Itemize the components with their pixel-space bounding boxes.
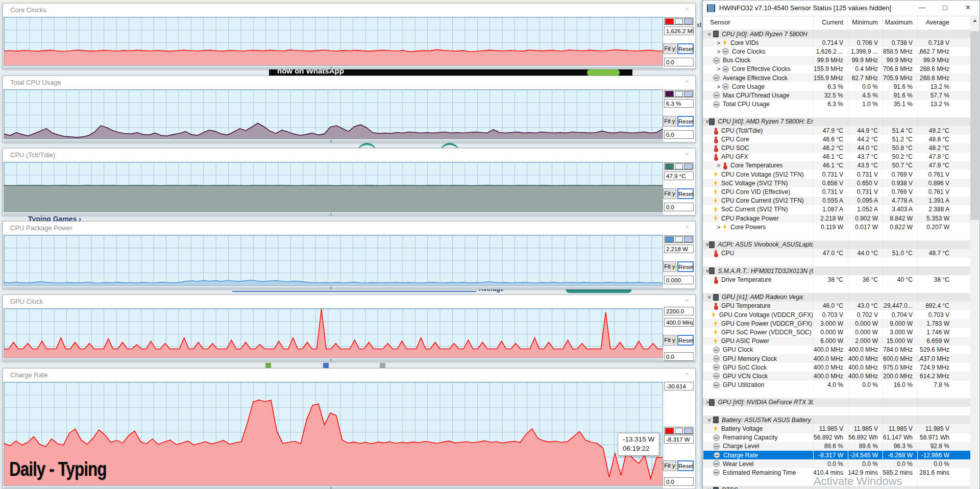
column-header-current[interactable]: Current [813, 16, 848, 30]
sensor-row[interactable]: >GPU Temperature46.0 °C43.0 °C429,447.0.… [703, 302, 971, 310]
graph-scroll-strip[interactable] [4, 66, 663, 69]
sensor-row[interactable]: >Core Powers0.119 W0.017 W0.822 W0.207 W [703, 223, 971, 231]
reset-button[interactable]: Reset [677, 116, 694, 127]
swatch-blue[interactable] [684, 236, 693, 242]
series-color-swatches[interactable] [664, 427, 694, 434]
sensor-row[interactable]: >SoC Voltage (SVI2 TFN)0.656 V0.650 V0.9… [703, 179, 971, 187]
swatch-blue[interactable] [684, 428, 693, 434]
series-color-swatches[interactable] [664, 90, 694, 97]
expand-arrow-icon[interactable]: > [715, 66, 722, 72]
sensor-row[interactable]: >GPU Core Voltage (VDDCR_GFX)0.703 V0.70… [703, 310, 971, 319]
sensor-row[interactable]: >CPU SOC46.2 °C44.0 °C50.8 °C48.2 °C [703, 143, 971, 152]
maximize-icon[interactable]: □ [934, 1, 957, 16]
sensor-row[interactable]: >Core Temperatures46.1 °C43.5 °C50.7 °C4… [703, 161, 971, 170]
reset-button[interactable]: Reset [677, 460, 694, 471]
fit-y-button[interactable]: Fit y [663, 261, 676, 272]
scrollbar-thumb[interactable] [970, 31, 979, 220]
fit-y-button[interactable]: Fit y [663, 116, 676, 127]
reset-button[interactable]: Reset [677, 43, 694, 54]
fit-y-button[interactable]: Fit y [663, 43, 676, 54]
sensor-group-row[interactable]: >Battery: ASUSTeK ASUS Battery [703, 415, 971, 424]
sensor-row[interactable]: >GPU Utilization4.0 %0.0 %16.0 %7.8 % [703, 381, 971, 389]
close-icon[interactable]: × [683, 78, 691, 85]
sensor-row[interactable]: >Remaining Capacity56.892 Wh56.892 Wh61.… [703, 433, 971, 442]
sensor-row[interactable]: >CPU Package Power2.218 W0.902 W8.842 W5… [703, 214, 971, 223]
sensor-row[interactable]: >CPU Core Voltage (SVI2 TFN)0.731 V0.731… [703, 170, 971, 179]
sensor-group-row[interactable]: >S.M.A.R.T.: HFM001TD3JX013N (C... [703, 266, 971, 275]
column-header-average[interactable]: Average [917, 16, 954, 30]
expand-arrow-icon[interactable]: > [715, 84, 722, 90]
series-color-swatches[interactable] [664, 235, 694, 243]
series-swatch[interactable] [665, 163, 674, 169]
close-icon[interactable]: × [683, 297, 691, 304]
reset-button[interactable]: Reset [677, 261, 694, 272]
collapse-arrow-icon[interactable]: > [706, 417, 713, 424]
collapse-arrow-icon[interactable]: > [706, 31, 713, 38]
sensor-group-row[interactable]: >GPU [#1]: AMD Radeon Vega: [703, 293, 971, 302]
sensor-row[interactable]: >CPU Core46.6 °C44.2 °C51.2 °C48.6 °C [703, 135, 971, 143]
sensor-row[interactable]: >Core VIDs0.714 V0.706 V0.738 V0.718 V [703, 38, 971, 47]
sensor-row[interactable]: >Charge Rate-8.317 W-24.545 W-6.268 W-12… [703, 451, 971, 459]
sensor-row[interactable]: >Core Clocks1,626.2 ...1,398.9 ...1,858.… [703, 47, 971, 56]
sensor-row[interactable]: >Wear Level0.0 %0.0 %0.0 %0.0 % [703, 459, 971, 468]
graph-window-total-cpu-usage[interactable]: Total CPU Usage × 6.3 % Fit yReset 0.0 [3, 76, 696, 142]
sensor-row[interactable]: >Max CPU/Thread Usage32.5 %4.5 %91.6 %57… [703, 91, 971, 100]
expand-arrow-icon[interactable]: > [715, 162, 722, 168]
swatch-blue[interactable] [684, 18, 693, 25]
sensor-table-header[interactable]: Sensor Current Minimum Maximum Average [703, 16, 971, 30]
column-header-minimum[interactable]: Minimum [848, 16, 883, 30]
reset-button[interactable]: Reset [677, 335, 694, 346]
column-header-maximum[interactable]: Maximum [883, 16, 917, 30]
y-max-box[interactable]: 2200.0 [664, 307, 694, 315]
graph-window-charge-rate[interactable]: Charge Rate × Daily - Typing -13.315 W 0… [3, 368, 696, 489]
series-swatch[interactable] [665, 428, 674, 434]
sensor-group-row[interactable]: >ACPI: ASUS Vivobook_ASUSLaptop... [703, 240, 971, 249]
sensor-row[interactable]: >GPU SoC Power (VDDCR_SOC)0.000 W0.000 W… [703, 328, 971, 336]
sensor-row[interactable]: >GPU VCN Clock400.0 MHz400.0 MHz1,200.0 … [703, 372, 971, 380]
expand-arrow-icon[interactable]: > [715, 40, 722, 46]
sensor-row[interactable]: >GPU Core Power (VDDCR_GFX)3.000 W0.000 … [703, 319, 971, 328]
sensor-row[interactable]: >GPU Memory Clock400.0 MHz400.0 MHz1,600… [703, 354, 971, 363]
hwinfo-titlebar[interactable]: HWiNFO32 v7.10-4540 Sensor Status [125 v… [703, 1, 979, 16]
sensor-row[interactable]: >CPU Core Current (SVI2 TFN)0.555 A0.095… [703, 197, 971, 205]
scrollbar-up-icon[interactable] [970, 16, 979, 25]
swatch-light[interactable] [675, 163, 683, 169]
series-swatch[interactable] [665, 91, 674, 97]
close-icon[interactable]: × [683, 370, 691, 378]
swatch-light[interactable] [675, 18, 683, 25]
graph-window-cpu-tctl[interactable]: CPU (Tctl/Tdie) × 47.9 °C Fit yReset 0.0 [3, 148, 696, 215]
sensor-row[interactable]: >Total CPU Usage6.3 %1.0 %35.1 %13.2 % [703, 100, 971, 109]
graph-scroll-strip[interactable] [4, 286, 663, 289]
graph-window-gpu-clock[interactable]: GPU Clock × 2200.0 400.0 MHz Fit yReset … [3, 295, 696, 361]
sensor-group-row[interactable]: >CPU [#0]: AMD Ryzen 7 5800H: En... [703, 117, 971, 126]
swatch-blue[interactable] [684, 91, 693, 97]
minimize-icon[interactable]: — [911, 1, 934, 16]
sensor-row[interactable]: >CPU Core VID (Effective)0.731 V0.731 V0… [703, 187, 971, 196]
sensor-row[interactable]: >Charge Level89.6 %89.6 %96.3 %92.8 % [703, 442, 971, 451]
sensor-row[interactable]: >GPU SoC Clock400.0 MHz400.0 MHz975.0 MH… [703, 363, 971, 372]
sensor-row[interactable]: >Core Effective Clocks155.9 MHz0.4 MHz1,… [703, 65, 971, 74]
sensor-row[interactable]: >CPU (Tctl/Tdie)47.9 °C44.9 °C51.4 °C49.… [703, 126, 971, 135]
close-icon[interactable]: × [683, 223, 691, 231]
graph-window-cpu-package-power[interactable]: CPU Package Power × 2.218 W Fit yReset 0… [3, 221, 696, 289]
close-icon[interactable]: × [683, 5, 691, 13]
y-max-box[interactable]: -30.614 [664, 382, 694, 390]
series-color-swatches[interactable] [664, 17, 694, 25]
sensor-row[interactable]: >GPU Clock400.0 MHz400.0 MHz6,784.0 MHz5… [703, 346, 971, 354]
collapse-arrow-icon[interactable]: > [704, 243, 710, 246]
swatch-light[interactable] [675, 428, 683, 434]
column-header-sensor[interactable]: Sensor [703, 16, 813, 30]
fit-y-button[interactable]: Fit y [663, 460, 676, 471]
reset-button[interactable]: Reset [677, 188, 694, 199]
series-color-swatches[interactable] [664, 162, 694, 170]
expand-arrow-icon[interactable]: > [715, 224, 722, 230]
sensor-row[interactable]: >Drive Temperature38 °C36 °C40 °C38 °C [703, 275, 971, 284]
hwinfo-sensor-window[interactable]: HWiNFO32 v7.10-4540 Sensor Status [125 v… [702, 0, 980, 489]
collapse-arrow-icon[interactable]: > [704, 269, 710, 272]
swatch-light[interactable] [675, 236, 683, 242]
graph-scroll-strip[interactable] [4, 486, 663, 489]
fit-y-button[interactable]: Fit y [663, 335, 676, 346]
sensor-row[interactable]: >APU GFX46.1 °C43.7 °C50.2 °C47.8 °C [703, 153, 971, 161]
graph-scroll-strip[interactable] [4, 213, 663, 216]
close-icon[interactable]: × [683, 150, 691, 158]
